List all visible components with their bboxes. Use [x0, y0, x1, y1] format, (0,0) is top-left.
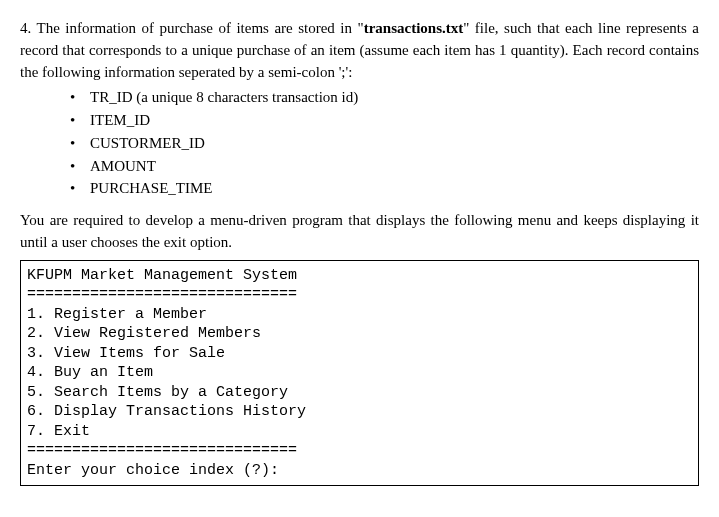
menu-option: 2. View Registered Members — [27, 325, 261, 342]
list-item: ITEM_ID — [70, 110, 699, 132]
filename: transactions.txt — [364, 20, 464, 36]
menu-prompt: Enter your choice index (?): — [27, 462, 279, 479]
menu-option: 5. Search Items by a Category — [27, 384, 288, 401]
list-item: PURCHASE_TIME — [70, 178, 699, 200]
intro-text-1: The information of purchase of items are… — [36, 20, 363, 36]
menu-option: 7. Exit — [27, 423, 90, 440]
menu-option: 4. Buy an Item — [27, 364, 153, 381]
menu-box: KFUPM Market Management System =========… — [20, 260, 699, 487]
field-list: TR_ID (a unique 8 characters transaction… — [70, 87, 699, 200]
list-item: AMOUNT — [70, 156, 699, 178]
menu-option: 6. Display Transactions History — [27, 403, 306, 420]
menu-title: KFUPM Market Management System — [27, 267, 297, 284]
menu-divider: ============================== — [27, 286, 297, 303]
field-label: CUSTORMER_ID — [90, 135, 205, 151]
list-item: TR_ID (a unique 8 characters transaction… — [70, 87, 699, 109]
field-label: PURCHASE_TIME — [90, 180, 213, 196]
field-label: AMOUNT — [90, 158, 156, 174]
requirement-text: You are required to develop a menu-drive… — [20, 210, 699, 254]
question-intro: 4. The information of purchase of items … — [20, 18, 699, 83]
list-item: CUSTORMER_ID — [70, 133, 699, 155]
menu-option: 1. Register a Member — [27, 306, 207, 323]
menu-option: 3. View Items for Sale — [27, 345, 225, 362]
question-number: 4. — [20, 20, 31, 36]
field-label: ITEM_ID — [90, 112, 150, 128]
menu-divider: ============================== — [27, 442, 297, 459]
field-label: TR_ID (a unique 8 characters transaction… — [90, 89, 358, 105]
